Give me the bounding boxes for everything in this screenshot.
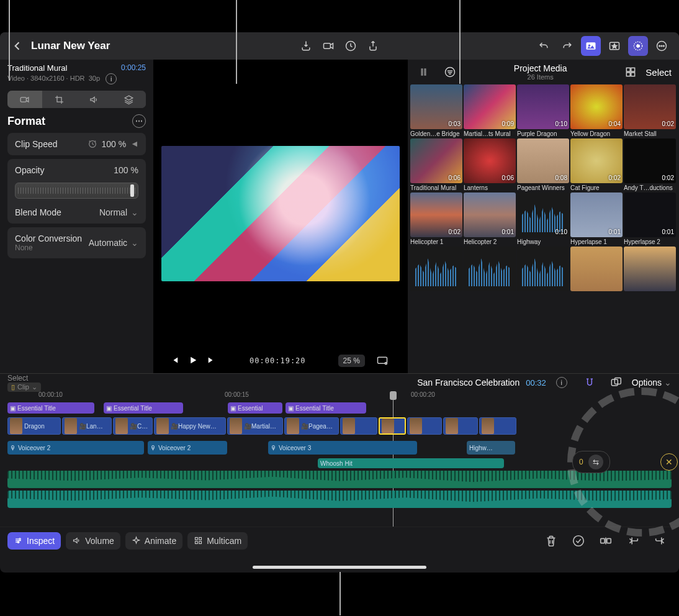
video-clip[interactable]: 🎥Pagea… [284, 417, 339, 435]
video-clip[interactable] [407, 417, 442, 435]
video-clip[interactable]: 🎥Martial… [227, 417, 283, 435]
format-heading: Format [7, 115, 45, 128]
audio-clip[interactable]: 🎙 Voiceover 3 [268, 441, 417, 455]
browser-clip[interactable]: 0:02Cat Figure [570, 138, 623, 191]
browser-count: 26 Items [465, 73, 616, 81]
jog-close-button[interactable]: ✕ [660, 453, 678, 471]
browser-clip[interactable] [570, 247, 623, 292]
browser-clip[interactable]: 0:02Market Stall [624, 84, 676, 137]
audio-clip[interactable]: 🎙 Voiceover 2 [148, 441, 227, 455]
info-icon[interactable]: i [106, 73, 117, 84]
browser-clip[interactable]: 0:02Andy T…ductions [624, 138, 676, 191]
enable-button[interactable] [567, 530, 590, 552]
browser-clip[interactable]: 0:02Helicopter 1 [410, 192, 462, 245]
crop-tab[interactable] [42, 91, 77, 108]
video-tab[interactable] [7, 91, 42, 108]
video-clip[interactable] [443, 417, 478, 435]
browser-clip[interactable]: 0:06Traditional Mural [410, 138, 462, 191]
effects-button[interactable] [341, 36, 361, 56]
music-clip[interactable] [7, 491, 672, 508]
title-clip[interactable]: ▣ Essential Title [7, 402, 94, 414]
title-clip[interactable]: ▣ Essential Title [104, 402, 183, 414]
view-mode-button[interactable] [621, 62, 641, 82]
video-clip[interactable]: Dragon [7, 417, 61, 435]
video-clip[interactable]: 🎥C… [113, 417, 153, 435]
blend-mode-select[interactable]: Normal ⌄ [99, 207, 138, 217]
viewer-zoom[interactable]: 25 % [338, 355, 365, 367]
format-more-icon[interactable]: ⋯ [132, 114, 146, 128]
browser-clip[interactable] [410, 247, 462, 292]
timeline-info-icon[interactable]: i [556, 377, 567, 388]
viewer-frame[interactable] [161, 146, 400, 281]
browser-clip[interactable]: 0:04Yellow Dragon [570, 84, 623, 137]
clip-speed-row[interactable]: Clip Speed 100 % ▲ [7, 133, 146, 155]
browser-clip[interactable]: 0:10Purple Dragon [517, 84, 569, 137]
redo-button[interactable] [557, 36, 577, 56]
back-button[interactable] [7, 36, 27, 56]
viewer-display-options[interactable] [372, 351, 392, 371]
audio-clip[interactable]: Highw… [467, 441, 515, 455]
browser-toggle[interactable] [581, 36, 601, 56]
play-button[interactable] [187, 355, 199, 368]
browser-clip[interactable]: 0:10Highway [517, 192, 569, 245]
browser-panel: Project Media 26 Items Select 0:03Golden… [408, 60, 679, 373]
timeline-ruler[interactable]: 00:00:10 00:00:15 00:00:20 [7, 391, 672, 402]
video-clip[interactable]: 🎥Lan… [62, 417, 112, 435]
browser-clip[interactable]: 0:06Lanterns [464, 138, 516, 191]
camera-button[interactable] [318, 36, 338, 56]
browser-clip[interactable]: 0:01Helicopter 2 [464, 192, 516, 245]
browser-clip[interactable] [624, 247, 676, 292]
swap-icon[interactable]: ⇆ [588, 455, 603, 469]
inspector-tab-segment[interactable] [7, 91, 146, 108]
opacity-slider[interactable] [15, 183, 138, 199]
audio-tab[interactable] [77, 91, 112, 108]
trim-end-button[interactable] [649, 530, 672, 552]
timeline-options[interactable]: Options⌄ [632, 378, 672, 387]
favorites-toggle[interactable] [605, 36, 624, 56]
sidebar-toggle[interactable] [415, 62, 435, 82]
title-clip[interactable]: ▣ Essential [228, 402, 282, 414]
clip-name: Traditional Mural [7, 63, 67, 73]
browser-select-button[interactable]: Select [645, 67, 672, 78]
delete-button[interactable] [540, 530, 562, 552]
timeline-select-label: Select [7, 374, 41, 383]
video-clip[interactable] [479, 417, 516, 435]
jog-wheel-toggle[interactable] [628, 36, 648, 56]
browser-clip[interactable]: 0:01Hyperlapse 1 [570, 192, 623, 245]
volume-button[interactable]: Volume [66, 532, 120, 550]
import-button[interactable] [296, 36, 316, 56]
inspect-button[interactable]: Inspect [7, 532, 61, 550]
magnetic-button[interactable] [580, 373, 600, 392]
more-button[interactable] [652, 36, 672, 56]
browser-clip[interactable] [464, 247, 516, 292]
browser-clip[interactable]: 0:09Martial…ts Mural [464, 84, 516, 137]
color-conversion-row[interactable]: Color ConversionNone Automatic ⌄ [7, 227, 146, 258]
video-clip[interactable] [340, 417, 377, 435]
layers-tab[interactable] [111, 91, 146, 108]
blend-mode-label: Blend Mode [15, 207, 61, 217]
video-clip[interactable]: 🎥Happy New… [154, 417, 226, 435]
timeline-clip-chip[interactable]: ▯Clip ⌄ [7, 383, 41, 392]
animate-button[interactable]: Animate [125, 532, 182, 550]
undo-button[interactable] [534, 36, 554, 56]
next-frame-button[interactable] [206, 355, 217, 368]
browser-clip[interactable]: 0:08Pageant Winners [517, 138, 569, 191]
jog-value[interactable]: 0⇆ [572, 451, 610, 473]
browser-clip[interactable] [517, 247, 569, 292]
prev-frame-button[interactable] [169, 355, 180, 368]
svg-point-6 [637, 45, 640, 48]
music-clip[interactable] [7, 471, 672, 488]
audio-clip[interactable]: 🎙 Voiceover 2 [7, 441, 144, 455]
filter-button[interactable] [440, 62, 460, 82]
video-clip-selected[interactable] [379, 417, 406, 435]
title-clip[interactable]: ▣ Essential Title [286, 402, 366, 414]
browser-clip[interactable]: 0:01Hyperlapse 2 [624, 192, 676, 245]
snapping-button[interactable] [606, 373, 626, 392]
sfx-clip[interactable]: Whoosh Hit [318, 458, 504, 468]
share-button[interactable] [363, 36, 383, 56]
split-button[interactable] [595, 530, 617, 552]
multicam-button[interactable]: Multicam [187, 532, 248, 550]
trim-start-button[interactable] [622, 530, 644, 552]
browser-clip[interactable]: 0:03Golden…e Bridge [410, 84, 462, 137]
viewer-timecode[interactable]: 00:00:19:20 [245, 355, 310, 366]
